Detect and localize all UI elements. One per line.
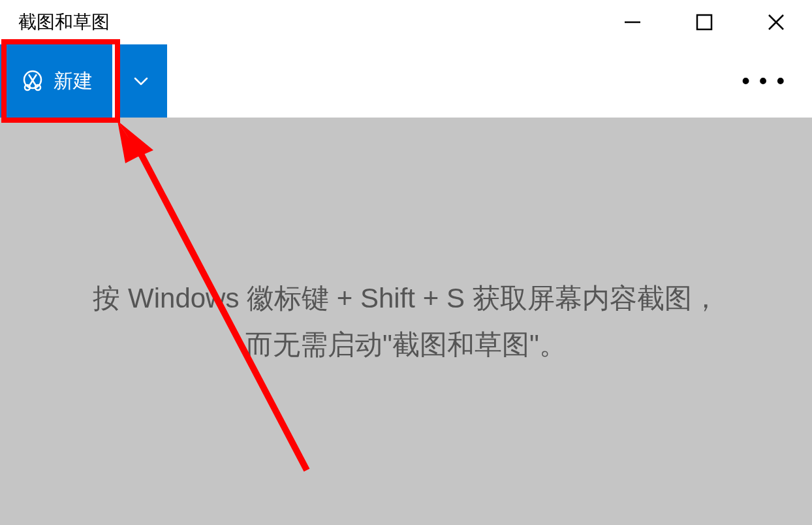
maximize-button[interactable]	[668, 0, 740, 44]
more-options-button[interactable]: • • •	[736, 70, 791, 92]
window-controls	[597, 0, 812, 44]
chevron-down-icon	[132, 72, 150, 90]
close-button[interactable]	[740, 0, 812, 44]
minimize-icon	[623, 13, 642, 31]
scissors-icon	[20, 68, 46, 94]
hint-line-1: 按 Windows 徽标键 + Shift + S 获取屏幕内容截图，	[93, 283, 719, 313]
svg-point-6	[35, 85, 40, 90]
content-area: 按 Windows 徽标键 + Shift + S 获取屏幕内容截图， 而无需启…	[0, 118, 812, 525]
app-window: 截图和草图	[0, 0, 812, 525]
titlebar: 截图和草图	[0, 0, 812, 44]
minimize-button[interactable]	[597, 0, 668, 44]
toolbar-right: • • •	[736, 70, 812, 92]
toolbar-left: 新建	[0, 44, 167, 118]
svg-point-5	[25, 85, 30, 90]
close-icon	[767, 13, 785, 31]
toolbar: 新建 • • •	[0, 44, 812, 118]
hint-line-2: 而无需启动"截图和草图"。	[245, 329, 567, 360]
svg-rect-1	[697, 15, 711, 29]
ellipsis-icon: • • •	[742, 75, 786, 87]
empty-state-hint: 按 Windows 徽标键 + Shift + S 获取屏幕内容截图， 而无需启…	[54, 275, 758, 368]
maximize-icon	[695, 13, 713, 31]
new-snip-button[interactable]: 新建	[0, 44, 112, 118]
new-button-label: 新建	[54, 68, 93, 95]
window-title: 截图和草图	[18, 10, 110, 35]
new-snip-dropdown-button[interactable]	[115, 44, 167, 118]
